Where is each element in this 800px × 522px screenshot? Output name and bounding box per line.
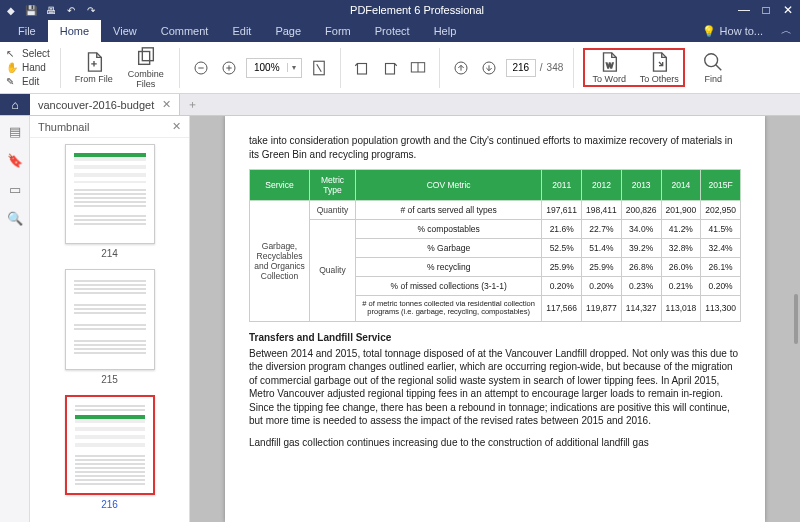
cell: 113,300 — [701, 296, 741, 322]
menu-home[interactable]: Home — [48, 20, 101, 42]
menu-protect[interactable]: Protect — [363, 20, 422, 42]
search-rail-icon[interactable]: 🔍 — [7, 211, 23, 226]
service-cell: Garbage, Recyclables and Organics Collec… — [250, 201, 310, 322]
rotate-right-button[interactable] — [379, 57, 401, 79]
attachments-rail-icon[interactable]: ▭ — [9, 182, 21, 197]
document-tab-label: vancouver-2016-budget — [38, 99, 154, 111]
cell: 0.21% — [661, 277, 701, 296]
cell: 0.23% — [621, 277, 661, 296]
print-icon[interactable]: 🖶 — [44, 3, 58, 17]
menu-form[interactable]: Form — [313, 20, 363, 42]
cell: 41.2% — [661, 220, 701, 239]
cursor-icon: ↖ — [6, 48, 18, 60]
pencil-icon: ✎ — [6, 76, 18, 88]
hand-tool[interactable]: ✋Hand — [6, 62, 50, 74]
zoom-in-button[interactable] — [218, 57, 240, 79]
cell: 39.2% — [621, 239, 661, 258]
thumbnail-215[interactable] — [65, 269, 155, 369]
page-indicator: / 348 — [506, 59, 563, 77]
from-file-button[interactable]: From File — [71, 51, 117, 85]
bookmarks-rail-icon[interactable]: 🔖 — [7, 153, 23, 168]
menu-edit[interactable]: Edit — [220, 20, 263, 42]
rotate-left-button[interactable] — [351, 57, 373, 79]
metric: % compostables — [355, 220, 541, 239]
thumbnails-rail-icon[interactable]: ▤ — [9, 124, 21, 139]
close-thumbnail-panel[interactable]: ✕ — [172, 120, 181, 133]
zoom-combo[interactable]: ▾ — [246, 58, 302, 78]
prev-page-button[interactable] — [450, 57, 472, 79]
metric-type: Quality — [310, 220, 356, 322]
cell: 0.20% — [701, 277, 741, 296]
page-content: take into consideration population growt… — [225, 116, 765, 522]
cell: 200,826 — [621, 201, 661, 220]
menu-file[interactable]: File — [6, 20, 48, 42]
cell: 113,018 — [661, 296, 701, 322]
select-tool[interactable]: ↖Select — [6, 48, 50, 60]
left-rail: ▤ 🔖 ▭ 🔍 — [0, 116, 30, 522]
thumbnail-216[interactable] — [65, 395, 155, 495]
app-title: PDFelement 6 Professional — [98, 4, 736, 16]
home-tab-button[interactable]: ⌂ — [0, 94, 30, 115]
edit-tool[interactable]: ✎Edit — [6, 76, 50, 88]
how-to-link[interactable]: 💡How to... — [692, 20, 773, 42]
collapse-ribbon-button[interactable]: ︿ — [773, 20, 800, 42]
find-button[interactable]: Find — [690, 51, 736, 85]
cell: 25.9% — [542, 258, 582, 277]
add-tab-button[interactable]: ＋ — [180, 94, 204, 115]
cell: 32.8% — [661, 239, 701, 258]
combine-files-button[interactable]: Combine Files — [123, 46, 169, 90]
chevron-down-icon[interactable]: ▾ — [287, 63, 301, 72]
document-tab[interactable]: vancouver-2016-budget ✕ — [30, 94, 180, 115]
th-2012: 2012 — [582, 170, 622, 201]
title-bar: ◆ 💾 🖶 ↶ ↷ PDFelement 6 Professional — □ … — [0, 0, 800, 20]
app-icon: ◆ — [4, 3, 18, 17]
th-2014: 2014 — [661, 170, 701, 201]
quick-access-toolbar: ◆ 💾 🖶 ↶ ↷ — [4, 3, 98, 17]
intro-paragraph: take into consideration population growt… — [249, 134, 741, 161]
page-input[interactable] — [506, 59, 536, 77]
maximize-button[interactable]: □ — [758, 3, 774, 17]
metric-type: Quantity — [310, 201, 356, 220]
document-view[interactable]: take into consideration population growt… — [190, 116, 800, 522]
cell: 114,327 — [621, 296, 661, 322]
next-page-button[interactable] — [478, 57, 500, 79]
zoom-input[interactable] — [247, 62, 287, 73]
thumbnail-214[interactable] — [65, 144, 155, 244]
save-icon[interactable]: 💾 — [24, 3, 38, 17]
undo-icon[interactable]: ↶ — [64, 3, 78, 17]
minimize-button[interactable]: — — [736, 3, 752, 17]
to-others-button[interactable]: To Others — [636, 51, 682, 85]
th-2011: 2011 — [542, 170, 582, 201]
zoom-out-button[interactable] — [190, 57, 212, 79]
th-metric-type: Metric Type — [310, 170, 356, 201]
menu-comment[interactable]: Comment — [149, 20, 221, 42]
work-area: ▤ 🔖 ▭ 🔍 Thumbnail ✕ 214 215 — [0, 116, 800, 522]
cell: 119,877 — [582, 296, 622, 322]
th-2013: 2013 — [621, 170, 661, 201]
word-file-icon: W — [598, 51, 620, 73]
thumbnail-label: 214 — [101, 248, 118, 259]
scrollbar-thumb[interactable] — [794, 294, 798, 344]
menu-page[interactable]: Page — [263, 20, 313, 42]
page-total: 348 — [547, 62, 564, 73]
svg-point-11 — [705, 53, 718, 66]
menu-view[interactable]: View — [101, 20, 149, 42]
close-button[interactable]: ✕ — [780, 3, 796, 17]
redo-icon[interactable]: ↷ — [84, 3, 98, 17]
menu-bar: File Home View Comment Edit Page Form Pr… — [0, 20, 800, 42]
export-file-icon — [648, 51, 670, 73]
svg-rect-1 — [142, 47, 153, 60]
svg-rect-5 — [357, 63, 366, 74]
section-body: Between 2014 and 2015, total tonnage dis… — [249, 347, 741, 428]
metric: # of carts served all types — [355, 201, 541, 220]
to-word-button[interactable]: W To Word — [586, 51, 632, 85]
thumbnail-list[interactable]: 214 215 216 — [30, 138, 189, 522]
convert-highlight: W To Word To Others — [584, 49, 684, 87]
page-layout-button[interactable] — [407, 57, 429, 79]
th-2015f: 2015F — [701, 170, 741, 201]
close-tab-icon[interactable]: ✕ — [162, 98, 171, 111]
th-service: Service — [250, 170, 310, 201]
menu-help[interactable]: Help — [422, 20, 469, 42]
svg-rect-6 — [385, 63, 394, 74]
fit-page-button[interactable] — [308, 57, 330, 79]
